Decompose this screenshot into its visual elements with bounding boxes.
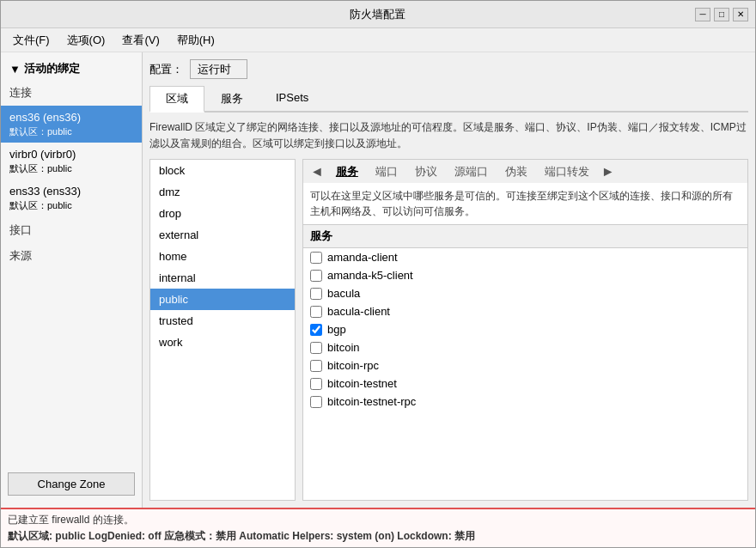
- menu-file[interactable]: 文件(F): [4, 29, 58, 52]
- config-dropdown[interactable]: 运行时: [190, 59, 247, 79]
- service-checkbox-bitcoin-testnet[interactable]: [310, 378, 322, 390]
- service-checkbox-bacula[interactable]: [310, 288, 322, 300]
- service-item-amanda-k5-client: amanda-k5-client: [303, 266, 747, 284]
- service-checkbox-amanda-k5-client[interactable]: [310, 270, 322, 282]
- service-checkbox-bitcoin[interactable]: [310, 342, 322, 354]
- zone-item-internal[interactable]: internal: [150, 267, 295, 289]
- service-checkbox-bitcoin-rpc[interactable]: [310, 360, 322, 372]
- description-text: FirewallD 区域定义了绑定的网络连接、接口以及源地址的可信程度。区域是服…: [149, 119, 748, 152]
- service-tab-protocol[interactable]: 协议: [406, 161, 446, 183]
- service-checkbox-bacula-client[interactable]: [310, 306, 322, 318]
- zone-item-home[interactable]: home: [150, 246, 295, 267]
- sidebar-section-active-bindings: ▼ 活动的绑定: [1, 58, 142, 80]
- window-controls: ─ □ ✕: [695, 8, 748, 21]
- service-item-bitcoin-rpc: bitcoin-rpc: [303, 356, 747, 374]
- service-item-bitcoin: bitcoin: [303, 338, 747, 356]
- menu-view[interactable]: 查看(V): [113, 29, 168, 52]
- service-tab-source-port[interactable]: 源端口: [446, 161, 497, 183]
- zone-item-external[interactable]: external: [150, 224, 295, 246]
- config-row: 配置： 运行时: [149, 59, 748, 79]
- sidebar-interface-label: 接口: [1, 217, 142, 243]
- right-panel: 配置： 运行时 区域 服务 IPSets FirewallD 区域定义了绑定的网…: [143, 52, 755, 508]
- sidebar-connection-ens33[interactable]: ens33 (ens33) 默认区：public: [1, 180, 142, 216]
- sidebar-connection-ens36[interactable]: ens36 (ens36) 默认区：public: [1, 106, 142, 143]
- service-tab-bar: ◄ 服务 端口 协议 源端口 伪装 端口转发 ►: [302, 159, 748, 183]
- service-description: 可以在这里定义区域中哪些服务是可信的。可连接至绑定到这个区域的连接、接口和源的所…: [302, 183, 748, 224]
- title-bar: 防火墙配置 ─ □ ✕: [1, 1, 755, 28]
- service-panel: ◄ 服务 端口 协议 源端口 伪装 端口转发 ► 可以在这里定义区域中哪些服务是…: [302, 159, 748, 501]
- service-tab-services[interactable]: 服务: [327, 161, 367, 183]
- menu-bar: 文件(F) 选项(O) 查看(V) 帮助(H): [1, 28, 755, 52]
- maximize-button[interactable]: □: [714, 8, 729, 21]
- service-list: amanda-client amanda-k5-client bacula: [302, 247, 748, 501]
- zone-list: block dmz drop external home internal pu…: [149, 159, 296, 501]
- service-tab-next[interactable]: ►: [598, 164, 619, 180]
- sidebar-footer: Change Zone: [1, 466, 142, 502]
- config-label: 配置：: [149, 62, 183, 77]
- tab-bar: 区域 服务 IPSets: [149, 86, 748, 113]
- service-checkbox-bgp[interactable]: [310, 324, 322, 336]
- service-tab-masquerade[interactable]: 伪装: [497, 161, 536, 183]
- main-window: 防火墙配置 ─ □ ✕ 文件(F) 选项(O) 查看(V) 帮助(H) ▼ 活动…: [0, 0, 756, 548]
- zone-item-drop[interactable]: drop: [150, 203, 295, 224]
- sidebar: ▼ 活动的绑定 连接 ens36 (ens36) 默认区：public virb…: [1, 52, 143, 508]
- sidebar-source-label: 来源: [1, 243, 142, 269]
- zone-item-public[interactable]: public: [150, 289, 295, 310]
- change-zone-button[interactable]: Change Zone: [8, 472, 135, 496]
- menu-help[interactable]: 帮助(H): [168, 29, 223, 52]
- config-dropdown-wrapper: 运行时: [190, 59, 247, 79]
- chevron-down-icon: ▼: [9, 63, 21, 76]
- service-tab-ports[interactable]: 端口: [367, 161, 406, 183]
- service-item-bacula: bacula: [303, 284, 747, 302]
- zone-item-trusted[interactable]: trusted: [150, 310, 295, 332]
- zone-service-split: block dmz drop external home internal pu…: [149, 159, 748, 501]
- service-tab-prev[interactable]: ◄: [307, 164, 327, 180]
- service-item-amanda-client: amanda-client: [303, 248, 747, 266]
- service-table-header: 服务: [302, 224, 748, 247]
- status-line2: 默认区域: public LogDenied: off 应急模式：禁用 Auto…: [8, 529, 748, 544]
- service-checkbox-bitcoin-testnet-rpc[interactable]: [310, 396, 322, 408]
- service-tab-port-forward[interactable]: 端口转发: [536, 161, 598, 183]
- zone-item-dmz[interactable]: dmz: [150, 181, 295, 203]
- main-content: ▼ 活动的绑定 连接 ens36 (ens36) 默认区：public virb…: [1, 52, 755, 508]
- service-item-bitcoin-testnet: bitcoin-testnet: [303, 374, 747, 393]
- status-line1: 已建立至 firewalld 的连接。: [8, 513, 748, 527]
- minimize-button[interactable]: ─: [695, 8, 710, 21]
- service-item-bitcoin-testnet-rpc: bitcoin-testnet-rpc: [303, 393, 747, 411]
- close-button[interactable]: ✕: [733, 8, 748, 21]
- service-item-bacula-client: bacula-client: [303, 302, 747, 320]
- sidebar-connections-label: 连接: [1, 80, 142, 106]
- window-title: 防火墙配置: [59, 7, 695, 22]
- service-checkbox-amanda-client[interactable]: [310, 252, 322, 264]
- status-bar: 已建立至 firewalld 的连接。 默认区域: public LogDeni…: [1, 508, 755, 547]
- zone-item-block[interactable]: block: [150, 160, 295, 181]
- service-item-bgp: bgp: [303, 320, 747, 338]
- sidebar-connection-virbr0[interactable]: virbr0 (virbr0) 默认区：public: [1, 143, 142, 180]
- tab-services[interactable]: 服务: [204, 86, 259, 111]
- menu-options[interactable]: 选项(O): [58, 29, 114, 52]
- tab-zones[interactable]: 区域: [149, 86, 204, 113]
- zone-item-work[interactable]: work: [150, 332, 295, 353]
- tab-ipsets[interactable]: IPSets: [259, 86, 325, 111]
